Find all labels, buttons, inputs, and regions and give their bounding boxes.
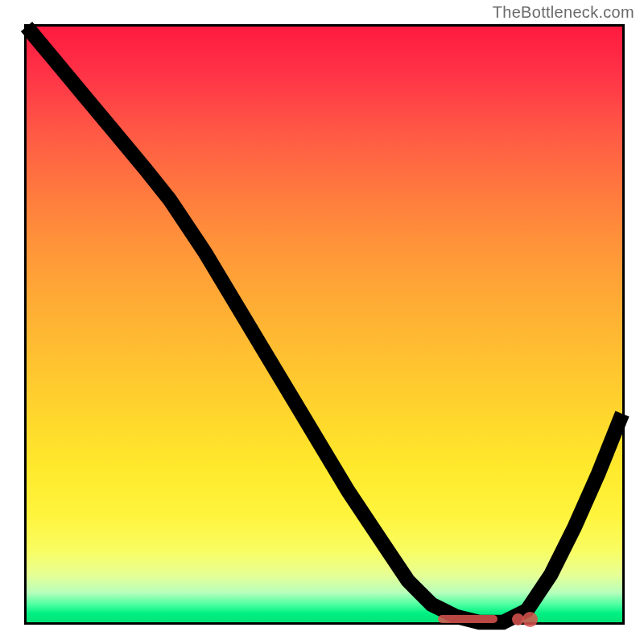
chart-plot-area [24,24,625,625]
chart-curve [27,27,622,622]
valley-dot [522,612,538,627]
watermark-text: TheBottleneck.com [493,3,634,22]
valley-bar [438,615,497,623]
